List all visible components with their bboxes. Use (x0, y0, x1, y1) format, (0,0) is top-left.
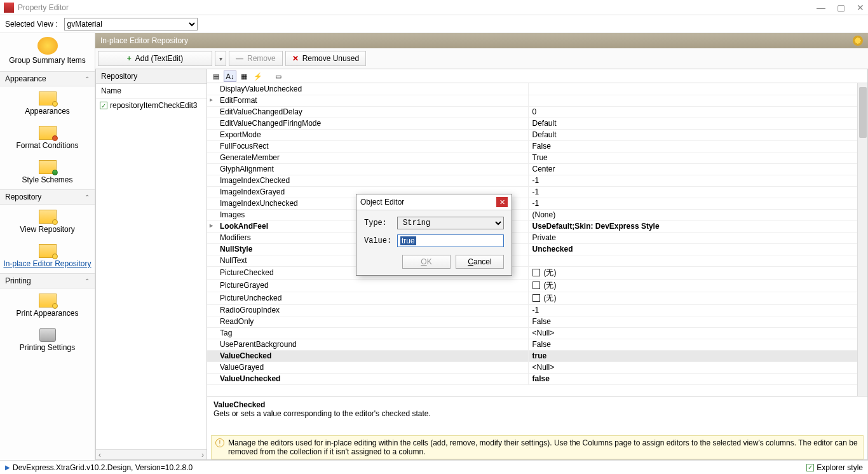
toolbar-button-5[interactable]: ▭ (272, 71, 285, 82)
repository-item[interactable]: ✓ repositoryItemCheckEdit3 (96, 98, 207, 112)
property-row[interactable]: ValueGrayed<Null> (207, 362, 867, 373)
sidebar-top-item[interactable]: Group Summary Items (0, 33, 95, 71)
property-row[interactable]: DisplayValueUnchecked (207, 83, 867, 95)
property-value[interactable]: False (528, 339, 867, 350)
property-value[interactable]: 0 (528, 106, 867, 118)
property-value[interactable]: -1 (528, 175, 867, 186)
sidebar-item-view-repository[interactable]: View Repository (0, 205, 95, 239)
property-value[interactable]: False (528, 316, 867, 327)
scrollbar-thumb[interactable] (859, 87, 867, 138)
property-row[interactable]: ExportModeDefault (207, 129, 867, 140)
property-value[interactable]: Private (528, 232, 867, 243)
property-value[interactable] (528, 83, 867, 95)
property-value[interactable]: <Null> (528, 362, 867, 373)
property-value[interactable]: Default (528, 129, 867, 140)
property-value[interactable]: (None) (528, 209, 867, 220)
description-text: Gets or sets a value corresponding to th… (214, 409, 431, 418)
property-key: EditValueChangedDelay (207, 106, 528, 118)
sidebar-item-appearances[interactable]: Appearances (0, 86, 95, 121)
sidebar-item-style-schemes[interactable]: Style Schemes (0, 155, 95, 189)
property-row[interactable]: GenerateMemberTrue (207, 152, 867, 163)
minimize-icon[interactable]: — (817, 3, 825, 13)
property-key: ValueUnchecked (207, 373, 528, 384)
property-key: PictureGrayed (207, 279, 528, 292)
add-button[interactable]: + Add (TextEdit) (98, 51, 212, 66)
property-row[interactable]: GlyphAlignmentCenter (207, 163, 867, 175)
sidebar-item-printing-settings[interactable]: Printing Settings (0, 323, 95, 357)
property-value[interactable] (528, 255, 867, 266)
property-row[interactable]: ValueUncheckedfalse (207, 373, 867, 384)
property-row[interactable]: ▸EditFormat (207, 95, 867, 106)
property-row[interactable]: ImageIndexChecked-1 (207, 175, 867, 186)
property-row[interactable]: EditValueChangedFiringModeDefault (207, 118, 867, 129)
property-row[interactable]: PictureGrayed(无) (207, 279, 867, 292)
expand-icon[interactable]: ▸ (210, 96, 213, 103)
sidebar-item-format-conditions[interactable]: Format Conditions (0, 121, 95, 155)
property-value[interactable]: UseDefault;Skin: DevExpress Style (528, 220, 867, 232)
property-value[interactable]: True (528, 152, 867, 163)
property-row[interactable]: EditValueChangedDelay0 (207, 106, 867, 118)
property-value[interactable]: -1 (528, 186, 867, 198)
vertical-scrollbar[interactable] (857, 83, 867, 396)
section-printing[interactable]: Printing ⌃ (0, 273, 95, 288)
type-dropdown[interactable]: String (397, 217, 504, 229)
add-dropdown-button[interactable]: ▾ (215, 51, 226, 66)
horizontal-scrollbar[interactable]: ‹› (96, 449, 207, 459)
app-icon (4, 3, 14, 13)
chevron-up-icon: ⌃ (85, 194, 90, 201)
repository-column-name[interactable]: Name (96, 84, 207, 98)
property-row[interactable]: UseParentBackgroundFalse (207, 339, 867, 350)
toolbar-button-4[interactable]: ⚡ (252, 71, 264, 82)
property-row[interactable]: FullFocusRectFalse (207, 140, 867, 152)
property-value[interactable]: (无) (528, 292, 867, 304)
property-row[interactable]: ImageIndexGrayed-1 (207, 186, 867, 198)
property-value[interactable]: <Null> (528, 327, 867, 339)
dialog-close-button[interactable]: ✕ (496, 197, 508, 207)
maximize-icon[interactable]: ▢ (837, 3, 845, 13)
close-icon[interactable]: ✕ (857, 3, 864, 13)
section-appearance[interactable]: Appearance ⌃ (0, 71, 95, 86)
gear-icon[interactable] (853, 36, 863, 46)
alphabetical-button[interactable]: A↓ (224, 71, 236, 82)
property-value[interactable]: False (528, 140, 867, 152)
ok-button[interactable]: OK (402, 255, 451, 269)
property-value[interactable]: true (528, 350, 867, 362)
property-row[interactable]: NullText (207, 255, 867, 266)
property-value[interactable]: -1 (528, 198, 867, 209)
property-row[interactable]: Images(None) (207, 209, 867, 220)
expand-icon[interactable]: ▸ (210, 222, 213, 229)
section-repository[interactable]: Repository ⌃ (0, 189, 95, 205)
grid-icon (39, 294, 57, 308)
property-value[interactable]: (无) (528, 266, 867, 279)
sidebar-item-inplace-editor-repository[interactable]: In-place Editor Repository (0, 239, 95, 273)
property-row[interactable]: RadioGroupIndex-1 (207, 304, 867, 316)
selected-view-dropdown[interactable]: gvMaterial (64, 18, 198, 30)
remove-button[interactable]: — Remove (229, 51, 283, 66)
remove-unused-button[interactable]: ✕ Remove Unused (285, 51, 366, 66)
property-row[interactable]: Tag<Null> (207, 327, 867, 339)
property-value[interactable]: false (528, 373, 867, 384)
property-row[interactable]: ReadOnlyFalse (207, 316, 867, 327)
categorized-button[interactable]: ▤ (210, 71, 222, 82)
property-row[interactable]: ImageIndexUnchecked-1 (207, 198, 867, 209)
property-grid[interactable]: DisplayValueUnchecked▸EditFormatEditValu… (207, 83, 867, 396)
toolbar-button-3[interactable]: ▦ (238, 71, 250, 82)
value-input[interactable]: true (397, 234, 504, 247)
property-value[interactable]: Center (528, 163, 867, 175)
dialog-titlebar[interactable]: Object Editor ✕ (356, 194, 512, 210)
property-value[interactable]: Default (528, 118, 867, 129)
property-row[interactable]: ValueCheckedtrue (207, 350, 867, 362)
property-value[interactable]: -1 (528, 304, 867, 316)
cancel-button[interactable]: Cancel (456, 255, 504, 269)
property-row[interactable]: ▸LookAndFeelUseDefault;Skin: DevExpress … (207, 220, 867, 232)
property-value[interactable] (528, 95, 867, 106)
property-row[interactable]: PictureChecked(无) (207, 266, 867, 279)
property-row[interactable]: NullStyleUnchecked (207, 243, 867, 255)
sidebar-item-print-appearances[interactable]: Print Appearances (0, 288, 95, 323)
property-row[interactable]: PictureUnchecked(无) (207, 292, 867, 304)
explorer-style-checkbox[interactable]: ✓ (806, 464, 814, 471)
triangle-icon[interactable]: ▶ (5, 464, 10, 471)
property-value[interactable]: (无) (528, 279, 867, 292)
property-value[interactable]: Unchecked (528, 243, 867, 255)
property-row[interactable]: ModifiersPrivate (207, 232, 867, 243)
